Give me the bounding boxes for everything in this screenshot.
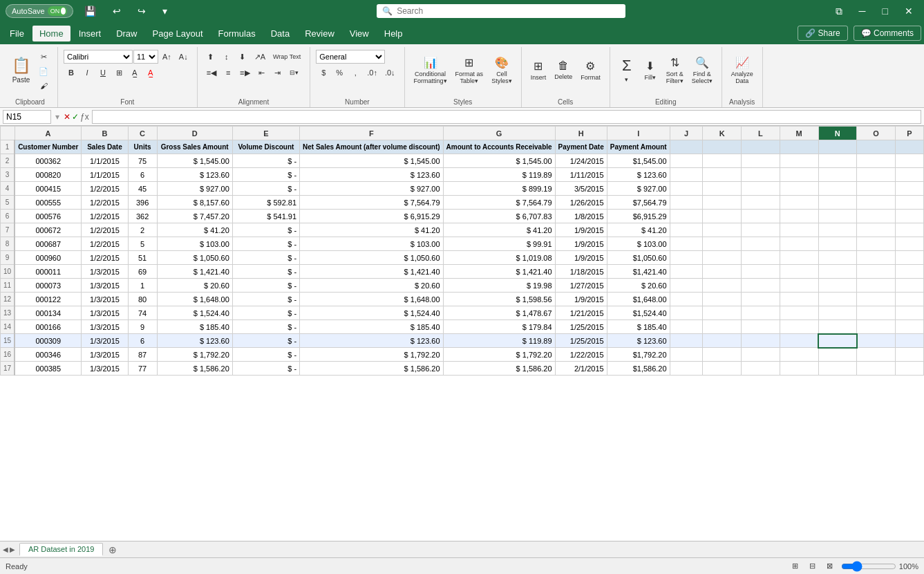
col-header-P[interactable]: P	[896, 127, 924, 140]
autosave-toggle[interactable]: ON	[48, 6, 67, 16]
cell-J17[interactable]	[670, 362, 703, 376]
decrease-font-size-button[interactable]: A↓	[176, 50, 191, 64]
row-num-12[interactable]: 12	[1, 293, 15, 306]
header-cell-N1[interactable]	[818, 140, 857, 154]
cell-H13[interactable]: 1/21/2015	[555, 306, 607, 320]
cell-E17[interactable]: $ -	[232, 362, 299, 376]
cell-J2[interactable]	[670, 154, 703, 168]
cell-styles-button[interactable]: 🎨 CellStyles▾	[488, 50, 516, 90]
cell-H14[interactable]: 1/25/2015	[555, 320, 607, 334]
cell-B13[interactable]: 1/3/2015	[82, 306, 128, 320]
grid-wrapper[interactable]: ABCDEFGHIJKLMNOP1Customer NumberSales Da…	[0, 126, 924, 541]
col-header-E[interactable]: E	[232, 127, 299, 140]
cell-M4[interactable]	[780, 182, 818, 196]
cell-I8[interactable]: $ 103.00	[607, 237, 670, 251]
comments-button[interactable]: 💬 Comments	[854, 26, 921, 41]
row-num-16[interactable]: 16	[1, 348, 15, 362]
header-cell-O1[interactable]	[857, 140, 896, 154]
decrease-indent-button[interactable]: ⇤	[254, 66, 270, 80]
cell-E9[interactable]: $ -	[232, 251, 299, 265]
cell-C8[interactable]: 5	[128, 237, 157, 251]
cell-M5[interactable]	[780, 196, 818, 210]
row-num-header[interactable]	[1, 127, 15, 140]
underline-button[interactable]: U	[95, 66, 111, 80]
cell-E11[interactable]: $ -	[232, 279, 299, 293]
cell-G11[interactable]: $ 19.98	[443, 279, 555, 293]
cell-G6[interactable]: $ 6,707.83	[443, 210, 555, 223]
cell-F16[interactable]: $ 1,792.20	[300, 348, 444, 362]
cell-N6[interactable]	[818, 210, 857, 223]
cell-K7[interactable]	[703, 223, 742, 237]
cell-K17[interactable]	[703, 362, 742, 376]
menu-draw[interactable]: Draw	[109, 26, 144, 41]
font-color-button[interactable]: A̲	[143, 66, 158, 80]
cell-F15[interactable]: $ 123.60	[300, 334, 444, 348]
cell-B7[interactable]: 1/2/2015	[82, 223, 128, 237]
cell-F11[interactable]: $ 20.60	[300, 279, 444, 293]
cell-D9[interactable]: $ 1,050.60	[157, 251, 232, 265]
cell-N8[interactable]	[818, 237, 857, 251]
delete-cells-button[interactable]: 🗑 Delete	[551, 50, 576, 90]
cell-D7[interactable]: $ 41.20	[157, 223, 232, 237]
cell-J6[interactable]	[670, 210, 703, 223]
cell-J11[interactable]	[670, 279, 703, 293]
cell-K12[interactable]	[703, 293, 742, 306]
cell-O12[interactable]	[857, 293, 896, 306]
row-num-14[interactable]: 14	[1, 320, 15, 334]
cell-I6[interactable]: $6,915.29	[607, 210, 670, 223]
cell-J7[interactable]	[670, 223, 703, 237]
cell-G5[interactable]: $ 7,564.79	[443, 196, 555, 210]
italic-button[interactable]: I	[79, 66, 95, 80]
col-header-H[interactable]: H	[555, 127, 607, 140]
cell-P15[interactable]	[896, 334, 924, 348]
cell-P5[interactable]	[896, 196, 924, 210]
cell-E6[interactable]: $ 541.91	[232, 210, 299, 223]
cell-K5[interactable]	[703, 196, 742, 210]
cell-F8[interactable]: $ 103.00	[300, 237, 444, 251]
fill-button[interactable]: ⬇ Fill▾	[639, 50, 661, 90]
minimize-button[interactable]: ─	[854, 6, 871, 17]
cell-B5[interactable]: 1/2/2015	[82, 196, 128, 210]
cell-G10[interactable]: $ 1,421.40	[443, 265, 555, 279]
cell-J13[interactable]	[670, 306, 703, 320]
search-input[interactable]	[397, 6, 620, 16]
currency-button[interactable]: $	[316, 66, 331, 80]
cell-L10[interactable]	[742, 265, 780, 279]
align-top-button[interactable]: ⬆	[203, 50, 218, 64]
cell-A14[interactable]: 000166	[15, 320, 82, 334]
row-num-6[interactable]: 6	[1, 210, 15, 223]
cell-J4[interactable]	[670, 182, 703, 196]
cell-E10[interactable]: $ -	[232, 265, 299, 279]
normal-view-button[interactable]: ⊞	[789, 560, 801, 572]
cell-L7[interactable]	[742, 223, 780, 237]
cell-C6[interactable]: 362	[128, 210, 157, 223]
cell-J5[interactable]	[670, 196, 703, 210]
cell-N5[interactable]	[818, 196, 857, 210]
cell-C4[interactable]: 45	[128, 182, 157, 196]
cell-D15[interactable]: $ 123.60	[157, 334, 232, 348]
undo-button[interactable]: ↩	[107, 6, 126, 17]
cell-L17[interactable]	[742, 362, 780, 376]
cell-G16[interactable]: $ 1,792.20	[443, 348, 555, 362]
cell-P17[interactable]	[896, 362, 924, 376]
cell-M10[interactable]	[780, 265, 818, 279]
cell-H9[interactable]: 1/9/2015	[555, 251, 607, 265]
cell-F7[interactable]: $ 41.20	[300, 223, 444, 237]
col-header-D[interactable]: D	[157, 127, 232, 140]
cell-O16[interactable]	[857, 348, 896, 362]
comma-button[interactable]: ,	[348, 66, 363, 80]
cell-G17[interactable]: $ 1,586.20	[443, 362, 555, 376]
cell-I10[interactable]: $1,421.40	[607, 265, 670, 279]
cell-J14[interactable]	[670, 320, 703, 334]
cell-D13[interactable]: $ 1,524.40	[157, 306, 232, 320]
cell-N7[interactable]	[818, 223, 857, 237]
increase-font-size-button[interactable]: A↑	[159, 50, 175, 64]
header-cell-P1[interactable]	[896, 140, 924, 154]
align-bottom-button[interactable]: ⬇	[235, 50, 250, 64]
cell-F6[interactable]: $ 6,915.29	[300, 210, 444, 223]
cell-A8[interactable]: 000687	[15, 237, 82, 251]
cell-F5[interactable]: $ 7,564.79	[300, 196, 444, 210]
cell-I7[interactable]: $ 41.20	[607, 223, 670, 237]
cell-M3[interactable]	[780, 168, 818, 182]
cell-P12[interactable]	[896, 293, 924, 306]
